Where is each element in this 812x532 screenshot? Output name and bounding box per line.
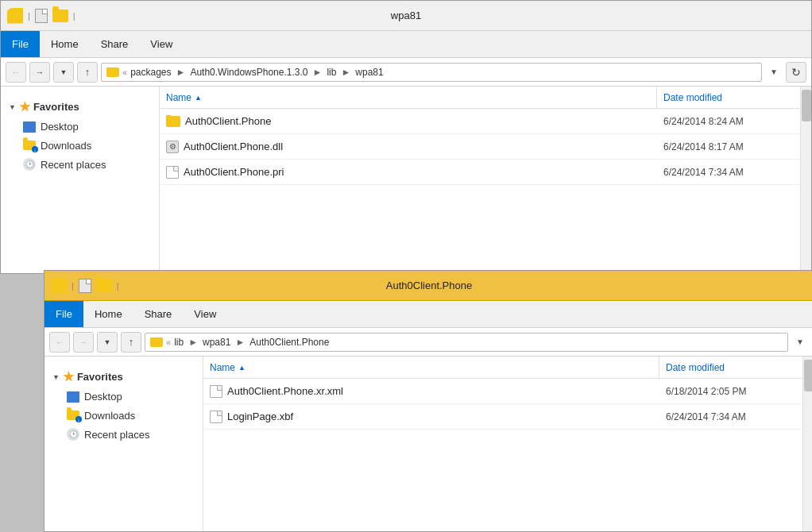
- menu-home-2[interactable]: Home: [83, 301, 133, 327]
- file-cell-name-1-1: Auth0Client.Phone.dll: [160, 141, 657, 153]
- favorites-header-1[interactable]: ▼ ★ Favorites: [1, 96, 159, 118]
- file-cell-date-0-1: 6/24/2014 8:24 AM: [657, 116, 800, 127]
- file-cell-name-0-2: Auth0Client.Phone.xr.xml: [203, 385, 659, 398]
- address-path-2[interactable]: « lib ► wpa81 ► Auth0Client.Phone: [145, 333, 788, 352]
- scrollbar-2[interactable]: [802, 357, 812, 531]
- downloads-icon-2: ↓: [67, 409, 79, 422]
- menu-share-1[interactable]: Share: [90, 31, 140, 57]
- scroll-thumb-1[interactable]: [802, 90, 811, 121]
- menu-bar-1: File Home Share View: [1, 31, 811, 58]
- menu-view-1[interactable]: View: [139, 31, 184, 57]
- window2-title: Auth0Client.Phone: [386, 279, 472, 291]
- menu-file-1[interactable]: File: [1, 31, 40, 57]
- address-dropdown-2[interactable]: ▼: [791, 333, 809, 352]
- col-date-header-1[interactable]: Date modified: [657, 87, 800, 108]
- file-cell-date-1-1: 6/24/2014 8:17 AM: [657, 141, 800, 152]
- dropdown-recent-2[interactable]: ▼: [97, 332, 118, 353]
- back-button-1[interactable]: ←: [6, 62, 26, 83]
- separator2: |: [73, 11, 75, 21]
- file-row-0-2[interactable]: Auth0Client.Phone.xr.xml 6/18/2014 2:05 …: [203, 379, 802, 404]
- path-folder-icon-1: [106, 67, 119, 77]
- sidebar-item-label-downloads-1: Downloads: [41, 140, 91, 152]
- path-seg-packages[interactable]: packages: [130, 67, 171, 78]
- path-arrow-2: ►: [313, 67, 323, 78]
- col-date-header-2[interactable]: Date modified: [659, 357, 802, 378]
- file-cell-name-2-1: Auth0Client.Phone.pri: [160, 166, 657, 179]
- path-arrow-4: ►: [188, 337, 198, 348]
- path-seg-wpa81[interactable]: wpa81: [355, 67, 383, 78]
- sidebar-item-downloads-2[interactable]: ↓ Downloads: [44, 406, 203, 425]
- favorites-label-2: Favorites: [77, 371, 123, 383]
- path-chevron-1: «: [122, 67, 127, 77]
- favorites-section-1: ▼ ★ Favorites Desktop ↓ Downloads 🕑: [1, 93, 159, 177]
- path-seg-auth0client[interactable]: Auth0Client.Phone: [249, 337, 329, 348]
- col-name-label-2: Name: [210, 362, 235, 373]
- star-icon-1: ★: [19, 99, 30, 114]
- scrollbar-1[interactable]: [800, 87, 811, 273]
- path-arrow-5: ►: [235, 337, 245, 348]
- file-row-1-2[interactable]: LoginPage.xbf 6/24/2014 7:34 AM: [203, 404, 802, 430]
- col-name-header-2[interactable]: Name ▲: [203, 357, 659, 378]
- path-seg-lib[interactable]: lib: [327, 67, 336, 78]
- scroll-thumb-2[interactable]: [804, 360, 813, 391]
- menu-view-2[interactable]: View: [183, 301, 227, 327]
- sidebar-item-desktop-2[interactable]: Desktop: [44, 387, 203, 406]
- sidebar-item-downloads-1[interactable]: ↓ Downloads: [1, 136, 159, 155]
- file-cell-name-1-2: LoginPage.xbf: [203, 411, 659, 423]
- desktop-icon-1: [23, 121, 36, 133]
- up-button-1[interactable]: ↑: [77, 62, 98, 83]
- pri-icon-2-1: [166, 166, 179, 179]
- folder-icon-title-2: [51, 278, 67, 294]
- file-cell-date-0-2: 6/18/2014 2:05 PM: [659, 386, 802, 397]
- file-cell-name-0-1: Auth0Client.Phone: [160, 115, 657, 127]
- file-name-1-1: Auth0Client.Phone.dll: [184, 141, 283, 152]
- triangle-icon-2: ▼: [52, 373, 60, 381]
- folder2-icon-title-2: [96, 279, 112, 292]
- forward-button-1[interactable]: →: [29, 62, 50, 83]
- recent-icon-1: 🕑: [23, 158, 36, 171]
- menu-home-1[interactable]: Home: [40, 31, 90, 57]
- sidebar-item-desktop-1[interactable]: Desktop: [1, 118, 159, 136]
- folder-icon-0-1: [166, 116, 180, 127]
- sidebar-item-label-recent-2: Recent places: [84, 429, 149, 441]
- favorites-header-2[interactable]: ▼ ★ Favorites: [44, 366, 203, 387]
- window1-body: ▼ ★ Favorites Desktop ↓ Downloads 🕑: [1, 87, 811, 273]
- window1-title: wpa81: [391, 10, 421, 21]
- path-seg-wpa81-2[interactable]: wpa81: [203, 337, 230, 348]
- menu-bar-2: File Home Share View: [44, 301, 812, 328]
- up-button-2[interactable]: ↑: [121, 332, 141, 353]
- separator1: |: [28, 11, 30, 21]
- refresh-button-1[interactable]: ↻: [786, 62, 806, 83]
- col-name-header-1[interactable]: Name ▲: [160, 87, 657, 108]
- downloads-badge-1: ↓: [32, 146, 38, 152]
- forward-button-2[interactable]: →: [73, 332, 94, 353]
- menu-file-2[interactable]: File: [44, 301, 83, 327]
- file-list-header-2: Name ▲ Date modified: [203, 357, 802, 379]
- file-row-1-1[interactable]: Auth0Client.Phone.dll 6/24/2014 8:17 AM: [160, 134, 800, 160]
- star-icon-2: ★: [63, 369, 74, 384]
- recent-icon-2: 🕑: [67, 428, 79, 441]
- path-seg-lib-2[interactable]: lib: [174, 337, 184, 348]
- file-row-2-1[interactable]: Auth0Client.Phone.pri 6/24/2014 7:34 AM: [160, 160, 800, 185]
- path-chevron-2: «: [166, 337, 171, 347]
- folder2-icon-title: [52, 10, 68, 22]
- file-list-1: Name ▲ Date modified Auth0Client.Phone 6…: [160, 87, 800, 273]
- file-list-header-1: Name ▲ Date modified: [160, 87, 800, 109]
- path-arrow-3: ►: [341, 67, 350, 78]
- desktop-icon-2: [67, 391, 79, 403]
- back-button-2[interactable]: ←: [49, 332, 70, 353]
- downloads-badge-2: ↓: [75, 416, 82, 422]
- address-path-1[interactable]: « packages ► Auth0.WindowsPhone.1.3.0 ► …: [101, 63, 762, 82]
- file-row-0-1[interactable]: Auth0Client.Phone 6/24/2014 8:24 AM: [160, 109, 800, 134]
- downloads-icon-1: ↓: [23, 139, 36, 152]
- sidebar-item-recent-1[interactable]: 🕑 Recent places: [1, 155, 159, 174]
- menu-share-2[interactable]: Share: [133, 301, 184, 327]
- path-seg-auth0wp[interactable]: Auth0.WindowsPhone.1.3.0: [190, 67, 307, 78]
- file-cell-date-1-2: 6/24/2014 7:34 AM: [659, 411, 802, 422]
- path-folder-icon-2: [150, 337, 163, 347]
- file-name-0-1: Auth0Client.Phone: [185, 115, 271, 127]
- window2: | | Auth0Client.Phone File Home Share Vi…: [44, 270, 812, 532]
- dropdown-recent-1[interactable]: ▼: [53, 62, 74, 83]
- sidebar-item-recent-2[interactable]: 🕑 Recent places: [44, 425, 203, 444]
- address-dropdown-1[interactable]: ▼: [765, 63, 783, 82]
